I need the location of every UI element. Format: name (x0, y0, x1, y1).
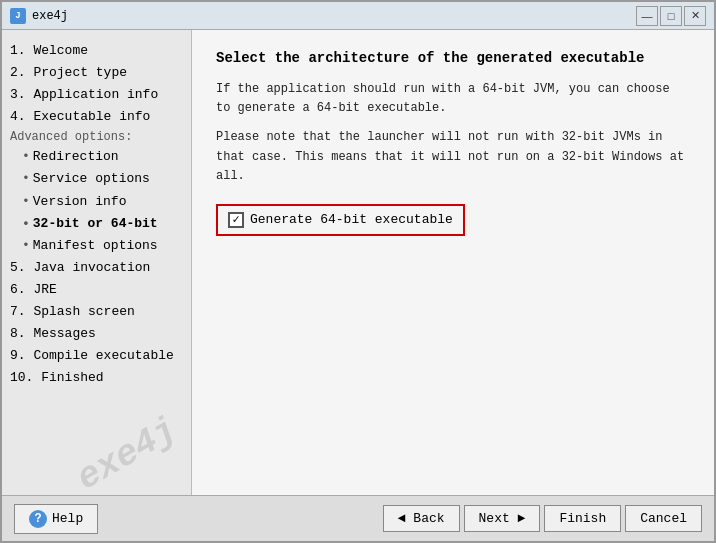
sidebar-item-jre[interactable]: 6. JRE (10, 279, 183, 301)
sidebar-item-java-invocation[interactable]: 5. Java invocation (10, 257, 183, 279)
sidebar-item-version-info[interactable]: • Version info (22, 191, 183, 213)
sidebar-item-finished[interactable]: 10. Finished (10, 367, 183, 389)
sidebar-item-compile-executable[interactable]: 9. Compile executable (10, 345, 183, 367)
generate-64bit-checkbox[interactable]: ✓ (228, 212, 244, 228)
window-title: exe4j (32, 9, 68, 23)
sidebar-sub-items: • Redirection • Service options • Versio… (10, 146, 183, 256)
description-2: Please note that the launcher will not r… (216, 128, 690, 186)
sidebar-item-redirection[interactable]: • Redirection (22, 146, 183, 168)
sidebar: 1. Welcome 2. Project type 3. Applicatio… (2, 30, 192, 495)
title-buttons: — □ ✕ (636, 6, 706, 26)
checkmark-icon: ✓ (232, 212, 239, 227)
finish-button[interactable]: Finish (544, 505, 621, 532)
title-bar: J exe4j — □ ✕ (2, 2, 714, 30)
sidebar-item-32-64-bit[interactable]: • 32-bit or 64-bit (22, 213, 183, 235)
sidebar-item-application-info[interactable]: 3. Application info (10, 84, 183, 106)
main-window: J exe4j — □ ✕ 1. Welcome 2. Project type… (0, 0, 716, 543)
sidebar-item-welcome[interactable]: 1. Welcome (10, 40, 183, 62)
next-button[interactable]: Next ► (464, 505, 541, 532)
close-button[interactable]: ✕ (684, 6, 706, 26)
footer: ? Help ◄ Back Next ► Finish Cancel (2, 495, 714, 541)
help-button[interactable]: ? Help (14, 504, 98, 534)
minimize-button[interactable]: — (636, 6, 658, 26)
footer-left: ? Help (14, 504, 98, 534)
sidebar-item-executable-info[interactable]: 4. Executable info (10, 106, 183, 128)
main-panel: Select the architecture of the generated… (192, 30, 714, 495)
back-button[interactable]: ◄ Back (383, 505, 460, 532)
cancel-button[interactable]: Cancel (625, 505, 702, 532)
generate-64bit-label[interactable]: Generate 64-bit executable (250, 212, 453, 227)
description-1: If the application should run with a 64-… (216, 80, 690, 118)
advanced-options-label: Advanced options: (10, 130, 183, 144)
sidebar-item-messages[interactable]: 8. Messages (10, 323, 183, 345)
footer-right: ◄ Back Next ► Finish Cancel (383, 505, 702, 532)
app-icon: J (10, 8, 26, 24)
generate-64bit-row: ✓ Generate 64-bit executable (216, 204, 465, 236)
content-area: 1. Welcome 2. Project type 3. Applicatio… (2, 30, 714, 495)
sidebar-item-manifest-options[interactable]: • Manifest options (22, 235, 183, 257)
help-icon: ? (29, 510, 47, 528)
sidebar-item-service-options[interactable]: • Service options (22, 168, 183, 190)
maximize-button[interactable]: □ (660, 6, 682, 26)
watermark: exe4j (70, 410, 184, 495)
sidebar-item-splash-screen[interactable]: 7. Splash screen (10, 301, 183, 323)
sidebar-item-project-type[interactable]: 2. Project type (10, 62, 183, 84)
title-bar-left: J exe4j (10, 8, 68, 24)
page-title: Select the architecture of the generated… (216, 50, 690, 66)
